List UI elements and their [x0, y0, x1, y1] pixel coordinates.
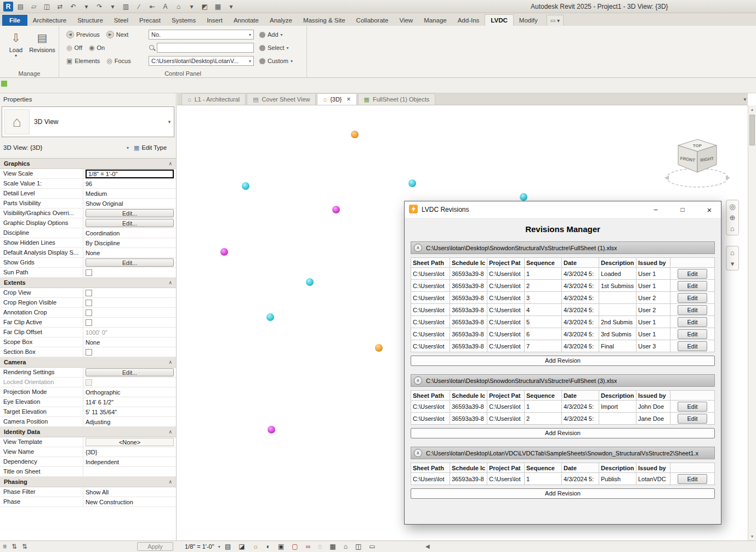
properties-section-graphics[interactable]: Graphics∧	[0, 159, 176, 169]
ribbon-tab-systems[interactable]: Systems	[166, 15, 201, 26]
revision-cell[interactable]: C:\Users\lot	[411, 401, 450, 413]
ribbon-tab-insert[interactable]: Insert	[201, 15, 228, 26]
revision-cell[interactable]: C:\Users\lot	[411, 413, 450, 425]
revision-cell[interactable]: LotanVDC	[636, 473, 670, 485]
column-header[interactable]: Description	[599, 463, 636, 473]
revision-cell[interactable]: User 3	[636, 340, 670, 352]
revision-cell[interactable]: 3rd Submis	[599, 328, 636, 340]
type-selector[interactable]: ⌂ 3D View ▾	[2, 106, 174, 137]
revision-cell[interactable]: C:\Users\lot	[487, 280, 525, 292]
revision-cell[interactable]	[599, 292, 636, 304]
column-header[interactable]: Sequence	[525, 391, 562, 401]
ribbon-tab-precast[interactable]: Precast	[134, 15, 166, 26]
revision-cell[interactable]: User 1	[636, 316, 670, 328]
view-cube[interactable]: TOP FRONT RIGHT	[662, 133, 733, 192]
minimize-button[interactable]: –	[644, 201, 667, 218]
edit-button[interactable]: Edit	[678, 402, 707, 412]
shadows-icon[interactable]: ◐	[266, 543, 270, 550]
column-header[interactable]: Schedule Ic	[450, 463, 487, 473]
scrollbar-thumb[interactable]	[749, 115, 755, 145]
column-header[interactable]: Project Pat	[487, 258, 525, 268]
revision-cell[interactable]: 4	[525, 304, 562, 316]
measure-icon[interactable]: ∕	[133, 2, 145, 12]
revision-cell[interactable]: C:\Users\lot	[487, 413, 525, 425]
revision-cell[interactable]: 4/3/2024 5:	[562, 340, 599, 352]
checkbox[interactable]	[86, 269, 92, 276]
revision-cell[interactable]: 6	[525, 328, 562, 340]
edit-button[interactable]: Edit	[678, 293, 707, 303]
revision-cell[interactable]: User 2	[636, 304, 670, 316]
revision-cell[interactable]: 3	[525, 292, 562, 304]
path-combo[interactable]: C:\Users\lotan\Desktop\LotanV... ▾	[149, 56, 254, 66]
detail-level-icon[interactable]: ▤	[225, 543, 231, 550]
property-value-text[interactable]: 114' 6 1/2"	[86, 399, 113, 405]
revision-cell[interactable]: 36593a39-8	[450, 316, 487, 328]
ribbon-tab-add-ins[interactable]: Add-Ins	[452, 15, 485, 26]
property-value-text[interactable]: Adjusting	[86, 419, 110, 425]
revision-cell[interactable]: 1st Submiss	[599, 280, 636, 292]
previous-button[interactable]: ◀ Previous	[64, 30, 103, 40]
column-header[interactable]: Issued by	[636, 391, 670, 401]
open-icon[interactable]: ▱	[28, 2, 39, 12]
sort-ascending-icon[interactable]: ⇅	[12, 543, 17, 550]
home-icon[interactable]: ⌂	[730, 249, 735, 256]
revision-cell[interactable]: 1	[525, 268, 562, 280]
revit-logo[interactable]: R	[3, 2, 13, 12]
sphere-cyan[interactable]	[520, 193, 527, 201]
text-icon[interactable]: A	[160, 2, 171, 12]
revision-cell[interactable]: 1	[525, 473, 562, 485]
view-tab[interactable]: ⌂{3D}×	[317, 93, 356, 105]
revision-cell[interactable]: C:\Users\lot	[487, 292, 525, 304]
revision-cell[interactable]: 36593a39-8	[450, 340, 487, 352]
dialog-title-bar[interactable]: LVDC Revisions – □ ×	[405, 201, 721, 218]
view-selector-combo[interactable]: 3D View: {3D} ▾	[1, 142, 132, 154]
editable-only-icon[interactable]: ▭	[369, 543, 375, 550]
sphere-magenta[interactable]	[268, 426, 275, 433]
elements-button[interactable]: ▣ Elements	[64, 56, 103, 66]
ribbon-tab-lvdc[interactable]: LVDC	[485, 14, 513, 26]
3d-view-dropdown-icon[interactable]: ▾	[186, 2, 197, 12]
thin-lines-icon[interactable]: ▦	[212, 2, 224, 12]
load-button[interactable]: ⇩ Load ▾	[4, 29, 27, 64]
edit-button[interactable]: Edit	[678, 305, 707, 315]
revision-cell[interactable]: C:\Users\lot	[411, 340, 450, 352]
revision-cell[interactable]: 4/3/2024 5:	[562, 268, 599, 280]
revision-cell[interactable]: John Doe	[636, 401, 670, 413]
collapse-icon[interactable]: ∧	[414, 449, 422, 457]
on-button[interactable]: ◉ On	[86, 43, 107, 53]
revision-cell[interactable]: 36593a39-8	[450, 280, 487, 292]
show-analytical-model-icon[interactable]: ⌂	[344, 543, 348, 550]
off-button[interactable]: ◎ Off	[64, 43, 85, 53]
scroll-up-icon[interactable]: ▲	[748, 105, 756, 114]
revision-cell[interactable]: 4/3/2024 5:	[562, 401, 599, 413]
maximize-button[interactable]: □	[671, 201, 694, 218]
select-button[interactable]: Select ▾	[257, 43, 292, 52]
add-button[interactable]: Add ▾	[257, 30, 286, 39]
sphere-cyan[interactable]	[266, 313, 274, 321]
sphere-magenta[interactable]	[220, 248, 228, 256]
ribbon-tab-collaborate[interactable]: Collaborate	[351, 15, 394, 26]
property-value-text[interactable]: New Construction	[86, 499, 133, 505]
apply-button[interactable]: Apply	[137, 542, 173, 551]
revision-cell[interactable]: Import	[599, 401, 636, 413]
view-tab[interactable]: ⌂L1 - Architectural	[181, 93, 246, 105]
column-header[interactable]: Project Pat	[487, 391, 525, 401]
worksharing-display-icon[interactable]: ◫	[355, 543, 361, 550]
revision-cell[interactable]: User 2	[636, 292, 670, 304]
home-icon[interactable]: ⌂	[730, 225, 735, 232]
revision-cell[interactable]: 4/3/2024 5:	[562, 413, 599, 425]
ribbon-tab-modify[interactable]: Modify	[514, 15, 543, 26]
file-section-header[interactable]: ∧C:\Users\lotan\Desktop\SnowdonStructura…	[411, 241, 715, 254]
column-header[interactable]: Sequence	[525, 463, 562, 473]
add-revision-button[interactable]: Add Revision	[411, 488, 715, 499]
revision-cell[interactable]: 36593a39-8	[450, 328, 487, 340]
revision-cell[interactable]: 5	[525, 316, 562, 328]
sphere-cyan[interactable]	[242, 182, 249, 190]
checkbox[interactable]	[86, 300, 92, 306]
show-crop-region-icon[interactable]: ▢	[292, 543, 298, 550]
app-menu-icon[interactable]: ▤	[15, 2, 26, 12]
property-value-text[interactable]: Show All	[86, 489, 109, 495]
view-tab[interactable]: ▤Cover Sheet View	[247, 93, 316, 105]
property-value-text[interactable]: None	[86, 250, 100, 256]
edit-button[interactable]: Edit	[678, 317, 707, 327]
